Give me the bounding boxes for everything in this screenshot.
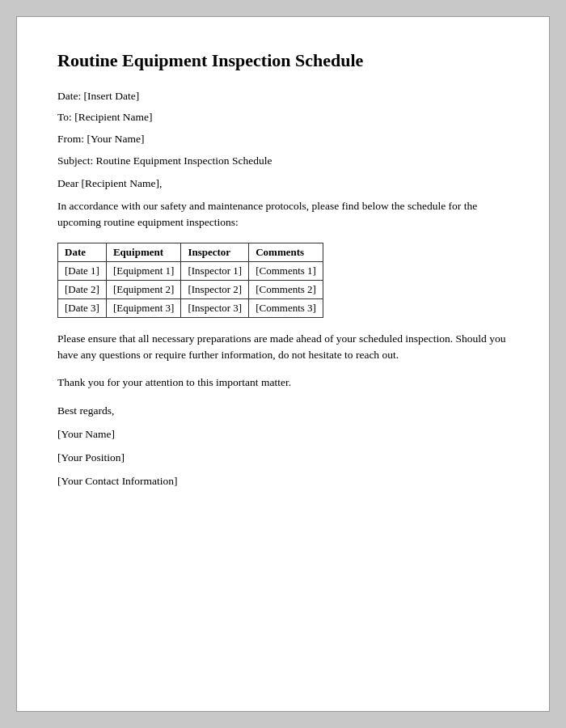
table-cell: [Comments 1] (249, 261, 323, 280)
table-cell: [Comments 2] (249, 280, 323, 298)
table-cell: [Equipment 1] (106, 261, 180, 280)
from-line: From: [Your Name] (57, 132, 509, 147)
table-row: [Date 2][Equipment 2][Inspector 2][Comme… (58, 280, 323, 298)
table-cell: [Inspector 3] (181, 298, 249, 317)
document-page: Routine Equipment Inspection Schedule Da… (16, 16, 550, 712)
col-header-comments: Comments (249, 243, 323, 261)
table-cell: [Equipment 2] (106, 280, 180, 298)
table-cell: [Equipment 3] (106, 298, 180, 317)
col-header-equipment: Equipment (106, 243, 180, 261)
thankyou-paragraph: Thank you for your attention to this imp… (57, 375, 509, 391)
closing-position: [Your Position] (57, 449, 509, 468)
table-row: [Date 1][Equipment 1][Inspector 1][Comme… (58, 261, 323, 280)
table-header-row: Date Equipment Inspector Comments (58, 243, 323, 261)
to-line: To: [Recipient Name] (57, 110, 509, 125)
closing-block: Best regards, [Your Name] [Your Position… (57, 402, 509, 491)
inspection-table: Date Equipment Inspector Comments [Date … (57, 243, 323, 318)
subject-line: Subject: Routine Equipment Inspection Sc… (57, 154, 509, 169)
col-header-date: Date (58, 243, 107, 261)
table-cell: [Date 1] (58, 261, 107, 280)
table-cell: [Inspector 2] (181, 280, 249, 298)
closing-regards: Best regards, (57, 402, 509, 421)
closing-contact: [Your Contact Information] (57, 472, 509, 491)
table-cell: [Date 2] (58, 280, 107, 298)
salutation: Dear [Recipient Name], (57, 177, 509, 190)
intro-paragraph: In accordance with our safety and mainte… (57, 198, 509, 231)
table-cell: [Date 3] (58, 298, 107, 317)
date-line: Date: [Insert Date] (57, 89, 509, 104)
followup-paragraph: Please ensure that all necessary prepara… (57, 331, 509, 364)
closing-name: [Your Name] (57, 425, 509, 444)
table-row: [Date 3][Equipment 3][Inspector 3][Comme… (58, 298, 323, 317)
col-header-inspector: Inspector (181, 243, 249, 261)
table-cell: [Inspector 1] (181, 261, 249, 280)
table-cell: [Comments 3] (249, 298, 323, 317)
document-title: Routine Equipment Inspection Schedule (57, 49, 509, 73)
